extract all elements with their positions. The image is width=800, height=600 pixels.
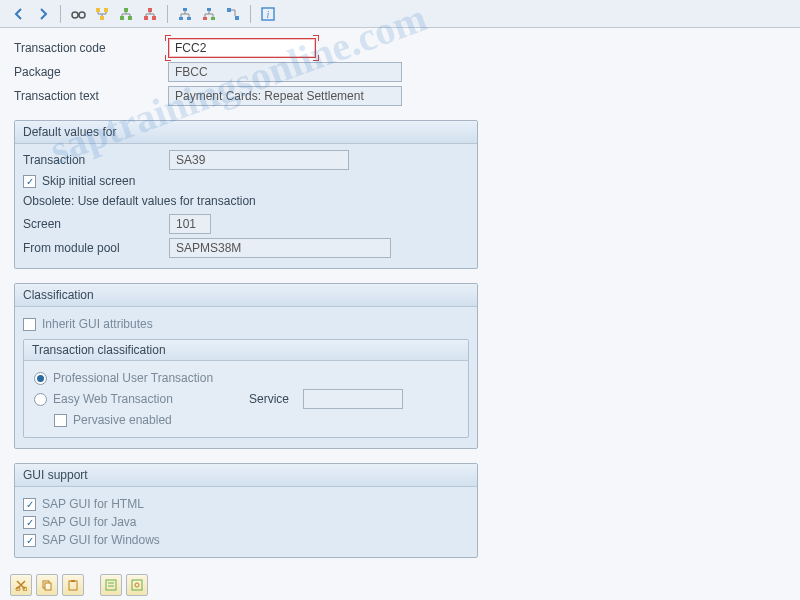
- service-label: Service: [249, 392, 289, 406]
- svg-point-0: [72, 12, 78, 18]
- skip-label: Skip initial screen: [42, 174, 135, 188]
- svg-rect-11: [152, 16, 156, 20]
- checkbox-icon: [54, 414, 67, 427]
- gui-java-row[interactable]: ✓ SAP GUI for Java: [23, 515, 469, 529]
- glasses-icon[interactable]: [67, 3, 89, 25]
- cut-icon[interactable]: [10, 574, 32, 596]
- tcode-input[interactable]: [168, 38, 316, 58]
- pool-input[interactable]: [169, 238, 391, 258]
- obsolete-text: Obsolete: Use default values for transac…: [23, 194, 469, 208]
- package-label: Package: [14, 65, 168, 79]
- package-input[interactable]: [168, 62, 402, 82]
- classification-title: Classification: [15, 284, 477, 307]
- paste-icon[interactable]: [62, 574, 84, 596]
- svg-text:i: i: [267, 9, 270, 20]
- svg-rect-3: [96, 8, 100, 12]
- trans-class-title: Transaction classification: [24, 340, 468, 361]
- ttext-label: Transaction text: [14, 89, 168, 103]
- pervasive-label: Pervasive enabled: [73, 413, 172, 427]
- easy-radio-row[interactable]: Easy Web Transaction Service: [34, 389, 458, 409]
- radio-selected-icon: [34, 372, 47, 385]
- pool-label: From module pool: [23, 241, 169, 255]
- defaults-title: Default values for: [15, 121, 477, 144]
- svg-rect-15: [207, 8, 211, 11]
- hierarchy-2-icon[interactable]: [115, 3, 137, 25]
- classification-group: Classification Inherit GUI attributes Tr…: [14, 283, 478, 449]
- svg-point-1: [79, 12, 85, 18]
- pervasive-row[interactable]: Pervasive enabled: [54, 413, 458, 427]
- transaction-input[interactable]: [169, 150, 349, 170]
- svg-rect-7: [120, 16, 124, 20]
- easy-label: Easy Web Transaction: [53, 392, 243, 406]
- hierarchy-3-icon[interactable]: [139, 3, 161, 25]
- svg-rect-4: [104, 8, 108, 12]
- radio-icon: [34, 393, 47, 406]
- svg-rect-18: [227, 8, 231, 12]
- footer-toolbar: [10, 574, 148, 596]
- svg-rect-10: [144, 16, 148, 20]
- toolbar: i: [0, 0, 800, 28]
- back-icon[interactable]: [8, 3, 30, 25]
- gui-java-label: SAP GUI for Java: [42, 515, 136, 529]
- gui-html-row[interactable]: ✓ SAP GUI for HTML: [23, 497, 469, 511]
- svg-rect-17: [211, 17, 215, 20]
- gui-win-row[interactable]: ✓ SAP GUI for Windows: [23, 533, 469, 547]
- gui-win-label: SAP GUI for Windows: [42, 533, 160, 547]
- checkbox-checked-icon: ✓: [23, 175, 36, 188]
- service-input[interactable]: [303, 389, 403, 409]
- svg-rect-9: [148, 8, 152, 12]
- checkbox-checked-icon: ✓: [23, 498, 36, 511]
- checkbox-checked-icon: ✓: [23, 516, 36, 529]
- svg-point-32: [135, 583, 139, 587]
- toolbar-separator: [250, 5, 251, 23]
- content-area: Transaction code Package Transaction tex…: [0, 28, 800, 568]
- svg-rect-27: [71, 580, 75, 582]
- pro-radio-row[interactable]: Professional User Transaction: [34, 371, 458, 385]
- org-2-icon[interactable]: [198, 3, 220, 25]
- svg-rect-31: [132, 580, 142, 590]
- svg-rect-14: [187, 17, 191, 20]
- inherit-row[interactable]: Inherit GUI attributes: [23, 317, 469, 331]
- copy-icon[interactable]: [36, 574, 58, 596]
- svg-rect-19: [235, 16, 239, 20]
- svg-rect-25: [45, 583, 51, 590]
- toolbar-separator: [167, 5, 168, 23]
- trans-class-subgroup: Transaction classification Professional …: [23, 339, 469, 438]
- svg-rect-28: [106, 580, 116, 590]
- svg-rect-12: [183, 8, 187, 11]
- svg-rect-5: [100, 16, 104, 20]
- skip-initial-row[interactable]: ✓ Skip initial screen: [23, 174, 469, 188]
- pro-label: Professional User Transaction: [53, 371, 213, 385]
- defaults-group: Default values for Transaction ✓ Skip in…: [14, 120, 478, 269]
- toolbar-separator: [60, 5, 61, 23]
- checkbox-icon: [23, 318, 36, 331]
- tcode-label: Transaction code: [14, 41, 168, 55]
- form-icon[interactable]: [100, 574, 122, 596]
- checkbox-checked-icon: ✓: [23, 534, 36, 547]
- svg-rect-16: [203, 17, 207, 20]
- hierarchy-1-icon[interactable]: [91, 3, 113, 25]
- gui-html-label: SAP GUI for HTML: [42, 497, 144, 511]
- inherit-label: Inherit GUI attributes: [42, 317, 153, 331]
- transaction-label: Transaction: [23, 153, 169, 167]
- ttext-input[interactable]: [168, 86, 402, 106]
- org-3-icon[interactable]: [222, 3, 244, 25]
- form-settings-icon[interactable]: [126, 574, 148, 596]
- forward-icon[interactable]: [32, 3, 54, 25]
- gui-title: GUI support: [15, 464, 477, 487]
- svg-rect-26: [69, 581, 77, 590]
- svg-rect-8: [128, 16, 132, 20]
- gui-group: GUI support ✓ SAP GUI for HTML ✓ SAP GUI…: [14, 463, 478, 558]
- org-1-icon[interactable]: [174, 3, 196, 25]
- info-icon[interactable]: i: [257, 3, 279, 25]
- svg-rect-6: [124, 8, 128, 12]
- screen-label: Screen: [23, 217, 169, 231]
- screen-input[interactable]: [169, 214, 211, 234]
- svg-rect-13: [179, 17, 183, 20]
